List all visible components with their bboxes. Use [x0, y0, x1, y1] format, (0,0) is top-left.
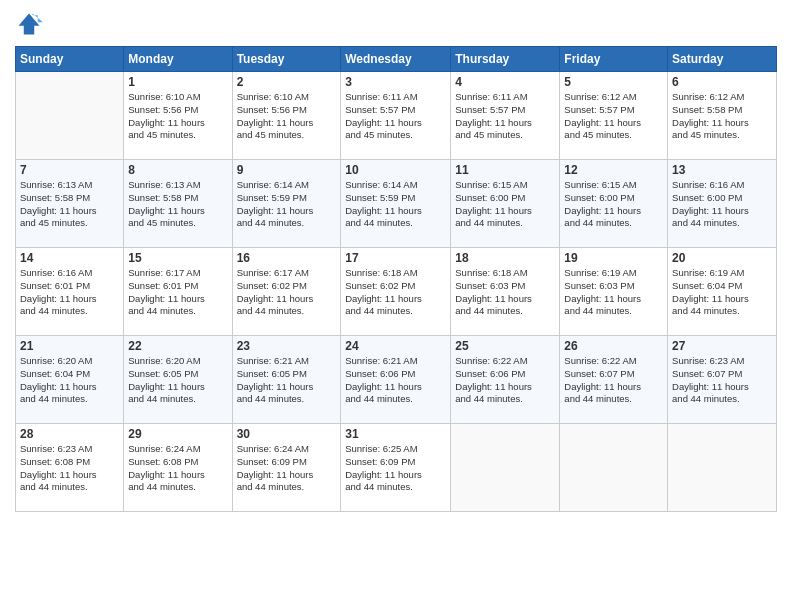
col-header-sunday: Sunday	[16, 47, 124, 72]
logo	[15, 10, 47, 38]
calendar-cell: 1Sunrise: 6:10 AM Sunset: 5:56 PM Daylig…	[124, 72, 232, 160]
calendar-cell	[668, 424, 777, 512]
calendar-cell: 24Sunrise: 6:21 AM Sunset: 6:06 PM Dayli…	[341, 336, 451, 424]
day-info: Sunrise: 6:21 AM Sunset: 6:06 PM Dayligh…	[345, 355, 446, 406]
day-number: 22	[128, 339, 227, 353]
col-header-friday: Friday	[560, 47, 668, 72]
col-header-wednesday: Wednesday	[341, 47, 451, 72]
day-number: 20	[672, 251, 772, 265]
day-number: 13	[672, 163, 772, 177]
day-info: Sunrise: 6:17 AM Sunset: 6:01 PM Dayligh…	[128, 267, 227, 318]
day-number: 30	[237, 427, 337, 441]
day-number: 16	[237, 251, 337, 265]
header	[15, 10, 777, 38]
day-number: 11	[455, 163, 555, 177]
calendar-cell: 29Sunrise: 6:24 AM Sunset: 6:08 PM Dayli…	[124, 424, 232, 512]
day-info: Sunrise: 6:18 AM Sunset: 6:03 PM Dayligh…	[455, 267, 555, 318]
calendar-cell	[16, 72, 124, 160]
day-info: Sunrise: 6:20 AM Sunset: 6:04 PM Dayligh…	[20, 355, 119, 406]
day-info: Sunrise: 6:20 AM Sunset: 6:05 PM Dayligh…	[128, 355, 227, 406]
day-number: 14	[20, 251, 119, 265]
calendar-cell: 18Sunrise: 6:18 AM Sunset: 6:03 PM Dayli…	[451, 248, 560, 336]
day-info: Sunrise: 6:21 AM Sunset: 6:05 PM Dayligh…	[237, 355, 337, 406]
day-info: Sunrise: 6:19 AM Sunset: 6:04 PM Dayligh…	[672, 267, 772, 318]
day-number: 8	[128, 163, 227, 177]
page: SundayMondayTuesdayWednesdayThursdayFrid…	[0, 0, 792, 612]
day-number: 18	[455, 251, 555, 265]
day-number: 15	[128, 251, 227, 265]
calendar-cell: 12Sunrise: 6:15 AM Sunset: 6:00 PM Dayli…	[560, 160, 668, 248]
day-info: Sunrise: 6:19 AM Sunset: 6:03 PM Dayligh…	[564, 267, 663, 318]
calendar-cell: 25Sunrise: 6:22 AM Sunset: 6:06 PM Dayli…	[451, 336, 560, 424]
calendar-cell: 22Sunrise: 6:20 AM Sunset: 6:05 PM Dayli…	[124, 336, 232, 424]
calendar-cell: 3Sunrise: 6:11 AM Sunset: 5:57 PM Daylig…	[341, 72, 451, 160]
day-info: Sunrise: 6:12 AM Sunset: 5:58 PM Dayligh…	[672, 91, 772, 142]
day-info: Sunrise: 6:10 AM Sunset: 5:56 PM Dayligh…	[237, 91, 337, 142]
day-info: Sunrise: 6:14 AM Sunset: 5:59 PM Dayligh…	[237, 179, 337, 230]
day-number: 2	[237, 75, 337, 89]
day-number: 27	[672, 339, 772, 353]
day-number: 4	[455, 75, 555, 89]
col-header-thursday: Thursday	[451, 47, 560, 72]
day-number: 3	[345, 75, 446, 89]
day-number: 12	[564, 163, 663, 177]
calendar-cell: 20Sunrise: 6:19 AM Sunset: 6:04 PM Dayli…	[668, 248, 777, 336]
day-info: Sunrise: 6:22 AM Sunset: 6:07 PM Dayligh…	[564, 355, 663, 406]
day-info: Sunrise: 6:23 AM Sunset: 6:08 PM Dayligh…	[20, 443, 119, 494]
calendar: SundayMondayTuesdayWednesdayThursdayFrid…	[15, 46, 777, 512]
calendar-cell: 5Sunrise: 6:12 AM Sunset: 5:57 PM Daylig…	[560, 72, 668, 160]
day-number: 5	[564, 75, 663, 89]
calendar-cell: 19Sunrise: 6:19 AM Sunset: 6:03 PM Dayli…	[560, 248, 668, 336]
calendar-cell: 27Sunrise: 6:23 AM Sunset: 6:07 PM Dayli…	[668, 336, 777, 424]
day-number: 9	[237, 163, 337, 177]
day-info: Sunrise: 6:15 AM Sunset: 6:00 PM Dayligh…	[564, 179, 663, 230]
day-number: 7	[20, 163, 119, 177]
day-info: Sunrise: 6:13 AM Sunset: 5:58 PM Dayligh…	[20, 179, 119, 230]
day-info: Sunrise: 6:16 AM Sunset: 6:01 PM Dayligh…	[20, 267, 119, 318]
calendar-cell: 17Sunrise: 6:18 AM Sunset: 6:02 PM Dayli…	[341, 248, 451, 336]
day-info: Sunrise: 6:12 AM Sunset: 5:57 PM Dayligh…	[564, 91, 663, 142]
day-info: Sunrise: 6:11 AM Sunset: 5:57 PM Dayligh…	[345, 91, 446, 142]
calendar-cell: 14Sunrise: 6:16 AM Sunset: 6:01 PM Dayli…	[16, 248, 124, 336]
calendar-cell: 13Sunrise: 6:16 AM Sunset: 6:00 PM Dayli…	[668, 160, 777, 248]
day-number: 26	[564, 339, 663, 353]
calendar-cell: 7Sunrise: 6:13 AM Sunset: 5:58 PM Daylig…	[16, 160, 124, 248]
day-info: Sunrise: 6:16 AM Sunset: 6:00 PM Dayligh…	[672, 179, 772, 230]
col-header-saturday: Saturday	[668, 47, 777, 72]
day-info: Sunrise: 6:24 AM Sunset: 6:09 PM Dayligh…	[237, 443, 337, 494]
calendar-cell: 31Sunrise: 6:25 AM Sunset: 6:09 PM Dayli…	[341, 424, 451, 512]
day-info: Sunrise: 6:11 AM Sunset: 5:57 PM Dayligh…	[455, 91, 555, 142]
day-number: 10	[345, 163, 446, 177]
day-number: 29	[128, 427, 227, 441]
calendar-cell: 11Sunrise: 6:15 AM Sunset: 6:00 PM Dayli…	[451, 160, 560, 248]
day-number: 25	[455, 339, 555, 353]
day-number: 28	[20, 427, 119, 441]
day-number: 24	[345, 339, 446, 353]
col-header-tuesday: Tuesday	[232, 47, 341, 72]
day-number: 17	[345, 251, 446, 265]
calendar-cell: 8Sunrise: 6:13 AM Sunset: 5:58 PM Daylig…	[124, 160, 232, 248]
calendar-cell: 23Sunrise: 6:21 AM Sunset: 6:05 PM Dayli…	[232, 336, 341, 424]
logo-icon	[15, 10, 43, 38]
calendar-cell: 30Sunrise: 6:24 AM Sunset: 6:09 PM Dayli…	[232, 424, 341, 512]
day-info: Sunrise: 6:23 AM Sunset: 6:07 PM Dayligh…	[672, 355, 772, 406]
day-number: 23	[237, 339, 337, 353]
day-info: Sunrise: 6:14 AM Sunset: 5:59 PM Dayligh…	[345, 179, 446, 230]
day-number: 21	[20, 339, 119, 353]
day-info: Sunrise: 6:10 AM Sunset: 5:56 PM Dayligh…	[128, 91, 227, 142]
day-info: Sunrise: 6:17 AM Sunset: 6:02 PM Dayligh…	[237, 267, 337, 318]
day-number: 31	[345, 427, 446, 441]
calendar-cell	[560, 424, 668, 512]
calendar-cell: 26Sunrise: 6:22 AM Sunset: 6:07 PM Dayli…	[560, 336, 668, 424]
day-info: Sunrise: 6:18 AM Sunset: 6:02 PM Dayligh…	[345, 267, 446, 318]
calendar-cell	[451, 424, 560, 512]
day-info: Sunrise: 6:24 AM Sunset: 6:08 PM Dayligh…	[128, 443, 227, 494]
calendar-cell: 15Sunrise: 6:17 AM Sunset: 6:01 PM Dayli…	[124, 248, 232, 336]
day-info: Sunrise: 6:13 AM Sunset: 5:58 PM Dayligh…	[128, 179, 227, 230]
day-info: Sunrise: 6:15 AM Sunset: 6:00 PM Dayligh…	[455, 179, 555, 230]
calendar-cell: 2Sunrise: 6:10 AM Sunset: 5:56 PM Daylig…	[232, 72, 341, 160]
calendar-cell: 10Sunrise: 6:14 AM Sunset: 5:59 PM Dayli…	[341, 160, 451, 248]
day-number: 6	[672, 75, 772, 89]
calendar-cell: 21Sunrise: 6:20 AM Sunset: 6:04 PM Dayli…	[16, 336, 124, 424]
calendar-cell: 4Sunrise: 6:11 AM Sunset: 5:57 PM Daylig…	[451, 72, 560, 160]
